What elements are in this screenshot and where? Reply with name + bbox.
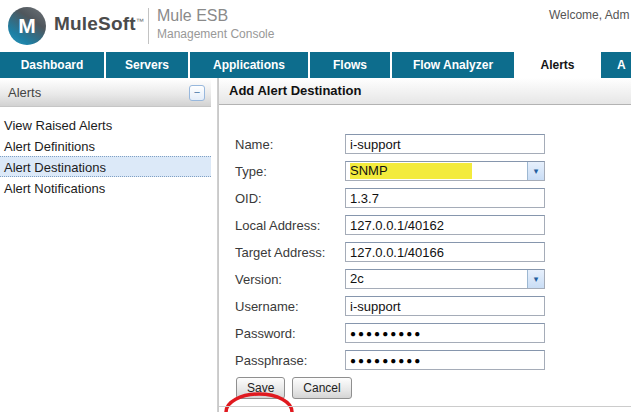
cancel-button[interactable]: Cancel bbox=[292, 377, 351, 399]
form-row-passphrase: Passphrase: bbox=[235, 350, 631, 370]
name-label: Name: bbox=[235, 137, 345, 152]
product-title-block: Mule ESB Management Console bbox=[157, 7, 274, 41]
form-row-version: Version: 2c ▾ bbox=[235, 269, 631, 289]
tab-dashboard[interactable]: Dashboard bbox=[0, 52, 104, 78]
passphrase-label: Passphrase: bbox=[235, 353, 345, 368]
oid-label: OID: bbox=[235, 191, 345, 206]
version-select[interactable]: 2c ▾ bbox=[345, 269, 545, 289]
tab-flows[interactable]: Flows bbox=[310, 52, 390, 78]
product-name: Mule ESB bbox=[157, 7, 274, 25]
form-row-name: Name: bbox=[235, 134, 631, 154]
page: M MuleSoft™ Mule ESB Management Console … bbox=[0, 0, 631, 412]
username-input[interactable] bbox=[345, 296, 545, 316]
bottom-divider bbox=[219, 406, 631, 407]
alerts-sidebar: Alerts − View Raised Alerts Alert Defini… bbox=[0, 80, 211, 198]
oid-input[interactable] bbox=[345, 188, 545, 208]
main-panel: Add Alert Destination Name: Type: SNMP ▾… bbox=[218, 78, 631, 412]
brand-divider bbox=[148, 8, 149, 44]
target-address-input[interactable] bbox=[345, 242, 545, 262]
version-label: Version: bbox=[235, 272, 345, 287]
collapse-panel-icon[interactable]: − bbox=[189, 85, 205, 101]
form-row-oid: OID: bbox=[235, 188, 631, 208]
form-row-username: Username: bbox=[235, 296, 631, 316]
local-address-label: Local Address: bbox=[235, 218, 345, 233]
product-subtitle: Management Console bbox=[157, 27, 274, 41]
sidebar-item-alert-definitions[interactable]: Alert Definitions bbox=[0, 135, 211, 156]
name-input[interactable] bbox=[345, 134, 545, 154]
target-address-label: Target Address: bbox=[235, 245, 345, 260]
trademark-symbol: ™ bbox=[136, 17, 144, 26]
brand: MuleSoft™ bbox=[54, 13, 144, 35]
welcome-text: Welcome, Adm bbox=[549, 8, 629, 22]
mulesoft-logo-icon: M bbox=[8, 7, 46, 45]
tab-servers[interactable]: Servers bbox=[106, 52, 188, 78]
tab-administration-clipped[interactable]: A bbox=[601, 52, 631, 78]
app-header: M MuleSoft™ Mule ESB Management Console … bbox=[0, 0, 631, 52]
sidebar-item-alert-destinations[interactable]: Alert Destinations bbox=[0, 156, 211, 177]
brand-name: MuleSoft bbox=[54, 13, 136, 34]
sidebar-header: Alerts − bbox=[0, 80, 211, 107]
save-button[interactable]: Save bbox=[236, 377, 285, 399]
sidebar-item-list: View Raised Alerts Alert Definitions Ale… bbox=[0, 107, 211, 198]
tab-alerts[interactable]: Alerts bbox=[516, 52, 599, 78]
chevron-down-icon[interactable]: ▾ bbox=[527, 270, 544, 288]
passphrase-input[interactable] bbox=[345, 350, 545, 370]
tab-applications[interactable]: Applications bbox=[190, 52, 308, 78]
form-row-type: Type: SNMP ▾ bbox=[235, 161, 631, 181]
type-select[interactable]: SNMP ▾ bbox=[345, 161, 545, 181]
username-label: Username: bbox=[235, 299, 345, 314]
sidebar-item-alert-notifications[interactable]: Alert Notifications bbox=[0, 177, 211, 198]
form-row-password: Password: bbox=[235, 323, 631, 343]
chevron-down-icon[interactable]: ▾ bbox=[527, 162, 544, 180]
form-row-local-address: Local Address: bbox=[235, 215, 631, 235]
nav-tab-bar: Dashboard Servers Applications Flows Flo… bbox=[0, 52, 631, 78]
type-label: Type: bbox=[235, 164, 345, 179]
sidebar-title: Alerts bbox=[8, 85, 41, 100]
password-input[interactable] bbox=[345, 323, 545, 343]
form-row-target-address: Target Address: bbox=[235, 242, 631, 262]
password-label: Password: bbox=[235, 326, 345, 341]
tab-flow-analyzer[interactable]: Flow Analyzer bbox=[392, 52, 514, 78]
sidebar-item-view-raised-alerts[interactable]: View Raised Alerts bbox=[0, 114, 211, 135]
type-value-highlighted: SNMP bbox=[350, 163, 472, 179]
page-title: Add Alert Destination bbox=[219, 78, 631, 105]
form-buttons: Save Cancel bbox=[236, 377, 631, 399]
local-address-input[interactable] bbox=[345, 215, 545, 235]
add-alert-destination-form: Name: Type: SNMP ▾ OID: Local Address: T… bbox=[219, 105, 631, 399]
version-value: 2c bbox=[346, 271, 527, 287]
